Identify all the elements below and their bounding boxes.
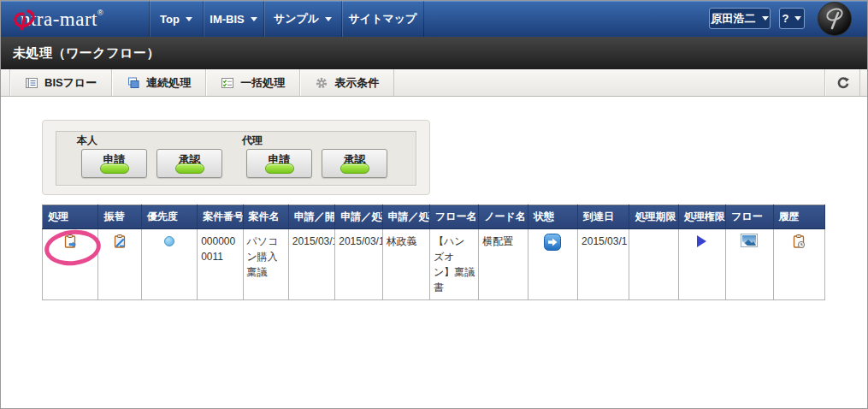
cell-arrival-date: 2015/03/1 (578, 229, 629, 300)
toolbar-item-batch-process[interactable]: 一括処理 (205, 69, 299, 96)
cell-case-name: パソコン購入稟議 (243, 229, 288, 300)
intra-mart-logo: intra-mart ® (11, 5, 103, 34)
nav-item-sitemap[interactable]: サイトマップ (341, 1, 424, 37)
table-row: 0000000011 パソコン購入稟議 2015/03/1 2015/03/1 … (43, 229, 825, 300)
green-lamp-icon (175, 163, 204, 174)
filter-group-label-proxy: 代理 (242, 133, 263, 148)
cell-case-number: 0000000011 (198, 229, 243, 300)
col-history[interactable]: 履歴 (773, 205, 824, 229)
clipboard-clock-icon[interactable] (791, 234, 806, 249)
top-nav: intra-mart ® Top IM-BIS サンプル サイトマップ 原田浩二… (1, 1, 867, 39)
caret-down-icon (325, 17, 332, 21)
cell-apply-processor: 林政義 (382, 229, 429, 300)
col-arrival-date[interactable]: 到達日 (578, 205, 629, 229)
page-title: 未処理（ワークフロー） (13, 37, 160, 69)
logo-registered-mark: ® (97, 9, 103, 17)
cell-flow-name: 【ハンズオン】稟議書 (429, 229, 478, 300)
cell-process-authority (678, 229, 725, 300)
cell-history (773, 229, 824, 300)
nav-item-im-bis[interactable]: IM-BIS (203, 1, 263, 37)
clipboard-edit-icon[interactable] (112, 234, 127, 249)
blue-dot-icon (164, 236, 174, 246)
toolbar-item-bis-flow[interactable]: BISフロー (9, 69, 111, 96)
toolbar: BISフロー 連続処理 一括処理 表示条件 (1, 69, 867, 97)
cell-apply-start-date: 2015/03/1 (288, 229, 334, 300)
nav-item-top[interactable]: Top (149, 1, 203, 37)
col-priority[interactable]: 優先度 (141, 205, 197, 229)
col-apply-processor[interactable]: 申請／処理者 (382, 205, 429, 229)
caret-down-icon (762, 16, 769, 21)
col-transfer[interactable]: 振替 (98, 205, 141, 229)
caret-down-icon (251, 17, 257, 21)
cell-transfer (98, 229, 141, 300)
filter-button-self-apply[interactable]: 申請 (81, 149, 147, 178)
checklist-icon (221, 76, 234, 90)
col-flow-name[interactable]: フロー名 (429, 205, 478, 229)
cell-node-name: 横配置 (479, 229, 528, 300)
cell-apply-process-date: 2015/03/1 (335, 229, 382, 300)
refresh-icon (836, 75, 850, 90)
col-process-authority[interactable]: 処理権限 (678, 205, 725, 229)
blue-arrow-right-icon (544, 234, 561, 251)
nav-item-sample[interactable]: サンプル (263, 1, 341, 37)
filter-group-label-self: 本人 (77, 133, 97, 148)
green-lamp-icon (265, 163, 294, 174)
col-status[interactable]: 状態 (528, 205, 577, 229)
col-case-number[interactable]: 案件番号 (198, 205, 243, 229)
col-flow[interactable]: フロー (726, 205, 773, 229)
toolbar-item-display-conditions[interactable]: 表示条件 (299, 69, 394, 96)
cell-priority (141, 229, 197, 300)
col-process[interactable]: 処理 (43, 205, 98, 229)
col-process-deadline[interactable]: 処理期限 (629, 205, 678, 229)
cell-process (43, 229, 98, 300)
workflow-table: 処理 振替 優先度 案件番号 案件名 申請／開始日 申請／処理日 申請／処理者 … (42, 204, 825, 300)
caret-down-icon (186, 17, 192, 21)
table-header-row: 処理 振替 優先度 案件番号 案件名 申請／開始日 申請／処理日 申請／処理者 … (43, 205, 825, 229)
green-lamp-icon (340, 163, 369, 174)
blue-triangle-icon (697, 235, 706, 247)
col-apply-process-date[interactable]: 申請／処理日 (335, 205, 382, 229)
col-apply-start-date[interactable]: 申請／開始日 (288, 205, 334, 229)
col-node-name[interactable]: ノード名 (479, 205, 528, 229)
caret-down-icon (794, 16, 801, 21)
filter-button-self-approve[interactable]: 承認 (156, 149, 222, 178)
cell-status (528, 229, 577, 300)
user-menu-button[interactable]: 原田浩二 (709, 8, 771, 29)
filter-button-proxy-apply[interactable]: 申請 (246, 149, 312, 178)
filter-panel: 本人 代理 申請 承認 申請 承認 (42, 120, 430, 195)
green-lamp-icon (100, 163, 129, 174)
flow-image-icon[interactable] (741, 234, 758, 247)
refresh-button[interactable] (824, 69, 860, 96)
toolbar-item-continuous-process[interactable]: 連続処理 (111, 69, 205, 96)
cell-process-deadline (629, 229, 678, 300)
list-icon (25, 76, 38, 90)
cell-flow (726, 229, 773, 300)
help-menu-button[interactable]: ? (779, 8, 805, 29)
intra-mart-swirl-icon (13, 8, 35, 32)
app-window: intra-mart ® Top IM-BIS サンプル サイトマップ 原田浩二… (0, 0, 868, 409)
clipboard-arrow-icon[interactable] (62, 234, 78, 249)
nav-menu: Top IM-BIS サンプル サイトマップ (149, 1, 424, 37)
filter-button-proxy-approve[interactable]: 承認 (322, 149, 387, 178)
pages-icon (127, 76, 140, 90)
gear-icon (315, 76, 328, 90)
col-case-name[interactable]: 案件名 (243, 205, 288, 229)
page-title-bar: 未処理（ワークフロー） (1, 37, 867, 69)
intra-mart-emblem-icon (818, 2, 852, 36)
